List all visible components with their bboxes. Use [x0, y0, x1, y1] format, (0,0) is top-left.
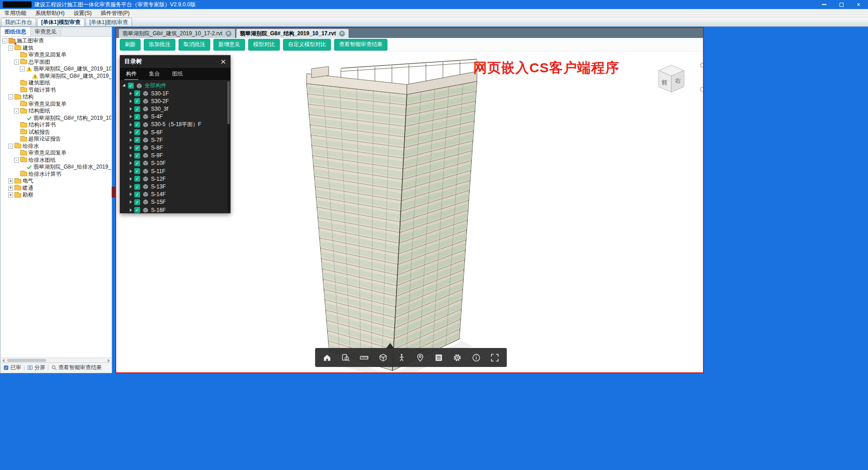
- checkbox-checked-icon[interactable]: ✓: [134, 192, 140, 197]
- sidebar-tab[interactable]: 图纸信息: [0, 27, 31, 36]
- workspace-tab[interactable]: [单体1]图纸审查: [85, 18, 132, 26]
- expand-arrow-icon[interactable]: [130, 123, 132, 127]
- tree-expander-icon[interactable]: -: [14, 158, 19, 163]
- expand-arrow-icon[interactable]: [130, 193, 132, 196]
- info-button[interactable]: [469, 351, 483, 364]
- fullscreen-button[interactable]: [488, 351, 501, 364]
- checkbox-checked-icon[interactable]: ✓: [134, 145, 140, 151]
- checkbox-checked-icon[interactable]: ✓: [134, 114, 140, 120]
- checkbox-checked-icon[interactable]: ✓: [134, 153, 140, 159]
- catalog-item[interactable]: ✓S-16F: [120, 206, 231, 213]
- expand-arrow-icon[interactable]: [130, 177, 132, 181]
- catalog-item[interactable]: ✓S30-1F: [120, 89, 231, 97]
- tree-item[interactable]: +勘察: [1, 192, 111, 199]
- tree-item[interactable]: 节能计算书: [1, 87, 111, 94]
- sidebar-tab[interactable]: 审查意见: [31, 27, 61, 36]
- section-box-button[interactable]: [376, 351, 390, 364]
- toolbar-button[interactable]: 查看智能审查结果: [334, 39, 387, 51]
- tree-item[interactable]: -总平面图: [1, 59, 111, 66]
- catalog-item[interactable]: ✓S-9F: [120, 152, 231, 160]
- toolbar-button[interactable]: 取消批注: [179, 39, 210, 51]
- checkbox-checked-icon[interactable]: ✓: [134, 184, 140, 190]
- checkbox-checked-icon[interactable]: ✓: [134, 98, 140, 104]
- tree-item[interactable]: -结构图纸: [1, 108, 111, 115]
- tree-item[interactable]: 建筑图纸: [1, 80, 111, 87]
- tree-item[interactable]: 审查意见回复单: [1, 52, 111, 59]
- tree-expander-icon[interactable]: -: [14, 108, 19, 113]
- checkbox-checked-icon[interactable]: ✓: [134, 122, 140, 127]
- catalog-item[interactable]: ✓S-10F: [120, 160, 231, 167]
- ruler-button[interactable]: [358, 351, 371, 364]
- tree-item[interactable]: -给排水: [1, 143, 111, 150]
- tree-expander-icon[interactable]: -: [2, 38, 7, 43]
- catalog-item[interactable]: ✓S30-5（5-18平面）F: [120, 121, 231, 128]
- catalog-item[interactable]: ✓S30_3f: [120, 105, 231, 113]
- tree-expander-icon[interactable]: -: [8, 144, 13, 149]
- tree-item[interactable]: +暖通: [1, 185, 111, 192]
- tree-expander-icon[interactable]: +: [8, 186, 13, 191]
- tree-item[interactable]: 超限论证报告: [1, 136, 111, 143]
- catalog-tab[interactable]: 构件: [120, 68, 143, 80]
- tree-expander-icon[interactable]: -: [8, 46, 13, 51]
- tree-item[interactable]: -施工图审查: [1, 38, 111, 45]
- horizontal-scrollbar[interactable]: [1, 357, 111, 362]
- catalog-item[interactable]: ✓S-6F: [120, 128, 231, 136]
- catalog-item[interactable]: ✓S-12F: [120, 175, 231, 183]
- catalog-item[interactable]: ✓S-7F: [120, 136, 231, 144]
- tree-expander-icon[interactable]: -: [8, 94, 13, 99]
- expand-arrow-icon[interactable]: [130, 200, 132, 204]
- toolbar-button[interactable]: 刷新: [120, 39, 141, 51]
- maximize-button[interactable]: [833, 0, 850, 9]
- tab-close-icon[interactable]: ✕: [339, 31, 345, 37]
- close-icon[interactable]: ✕: [220, 58, 226, 65]
- expand-arrow-icon[interactable]: [130, 185, 132, 188]
- scrollbar-thumb[interactable]: [227, 81, 230, 124]
- toolbar-button[interactable]: 添加批注: [144, 39, 175, 51]
- workspace-tab[interactable]: 我的工作台: [1, 18, 36, 26]
- catalog-item[interactable]: ✓S-11F: [120, 167, 231, 175]
- nav-cube-right-face[interactable]: 右: [675, 77, 681, 85]
- scroll-right-icon[interactable]: [108, 359, 110, 362]
- checkbox-checked-icon[interactable]: ✓: [134, 129, 140, 135]
- tree-item[interactable]: 审查意见回复单: [1, 150, 111, 157]
- tree-item[interactable]: 翡翠湖别院_G8#_给排水_2019_10_17: [1, 164, 111, 171]
- tree-item[interactable]: 翡翠湖别院_G8#_结构_2019_10_17.r: [1, 115, 111, 122]
- menu-item[interactable]: 插件管理(P): [96, 9, 134, 17]
- checkbox-checked-icon[interactable]: ✓: [134, 160, 140, 166]
- nav-cube-icon[interactable]: [653, 60, 689, 96]
- footer-search-button[interactable]: 查看智能审查结果: [51, 364, 102, 371]
- catalog-scrollbar[interactable]: [227, 81, 230, 212]
- checkbox-checked-icon[interactable]: ✓: [134, 137, 140, 143]
- menu-item[interactable]: 常用功能: [0, 9, 31, 17]
- scrollbar-thumb[interactable]: [7, 359, 46, 362]
- tree-item[interactable]: 试桩报告: [1, 129, 111, 136]
- expand-arrow-icon[interactable]: [130, 208, 132, 212]
- catalog-item[interactable]: ✓S-8F: [120, 144, 231, 152]
- checkbox-checked-icon[interactable]: ✓: [134, 199, 140, 205]
- catalog-item[interactable]: ✓全部构件: [120, 82, 231, 89]
- toolbar-button[interactable]: 自定义模型对比: [283, 39, 331, 51]
- catalog-item[interactable]: ✓S-15F: [120, 198, 231, 206]
- catalog-tab[interactable]: 集合: [143, 68, 166, 80]
- toolbar-button[interactable]: 模型对比: [248, 39, 280, 51]
- toolbar-button[interactable]: 新增意见: [213, 39, 245, 51]
- tree-item[interactable]: -给排水图纸: [1, 157, 111, 164]
- close-button[interactable]: ×: [850, 0, 867, 9]
- nav-cube[interactable]: 前 右: [653, 60, 703, 101]
- checkbox-checked-icon[interactable]: ✓: [134, 90, 140, 96]
- catalog-item[interactable]: ✓S-4F: [120, 113, 231, 121]
- expand-arrow-icon[interactable]: [130, 92, 132, 95]
- home-view-icon[interactable]: [699, 61, 703, 68]
- gear-button[interactable]: [451, 351, 464, 364]
- expand-arrow-icon[interactable]: [130, 138, 132, 142]
- rotate-view-icon[interactable]: [699, 86, 703, 93]
- document-tab[interactable]: 翡翠湖别院_G8#_建筑_2019_10_17-2.rvt✕: [119, 29, 235, 38]
- tree-item[interactable]: 给排水计算书: [1, 171, 111, 178]
- expand-arrow-icon[interactable]: [130, 99, 132, 103]
- tree-expander-icon[interactable]: -: [20, 66, 25, 71]
- tree-item[interactable]: 结构计算书: [1, 122, 111, 129]
- expand-arrow-icon[interactable]: [123, 84, 127, 88]
- tree-item[interactable]: 审查意见回复单: [1, 101, 111, 108]
- catalog-item[interactable]: ✓S30-2F: [120, 97, 231, 105]
- footer-audit-button[interactable]: 已审: [3, 364, 21, 371]
